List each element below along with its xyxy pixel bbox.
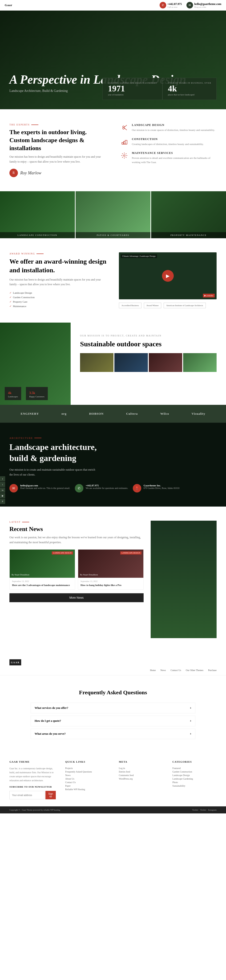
footer-link-faq[interactable]: Frequently Asked Questions — [65, 770, 109, 773]
footer-logo-box: GAAR — [10, 659, 21, 665]
footer-cat-photo[interactable]: Photo — [172, 781, 216, 784]
footer-link-about[interactable]: About Us — [65, 777, 109, 781]
faq-item-2[interactable]: How do I get a quote? + — [30, 716, 196, 726]
phone-number: +442.87.975 — [167, 2, 182, 6]
news-desc: Our work is our passion, but we also enj… — [10, 535, 144, 545]
award-section: Award winning We offer an award-winning … — [0, 238, 226, 323]
faq-question-1[interactable]: What services do you offer? + — [31, 703, 195, 713]
stat1-value: 1971 — [108, 84, 157, 94]
news-cards: Landscape Design By Stuart Donaldson Sep… — [10, 549, 144, 590]
email-sub: Drop us a line — [194, 6, 221, 8]
footer-cat-garden[interactable]: Garden Construction — [172, 770, 216, 773]
news-card-2-title: How to hang holiday lights like a Pro — [80, 583, 141, 587]
experts-left: The experts The experts in outdoor livin… — [10, 123, 106, 177]
sgal-3[interactable] — [149, 353, 182, 372]
footer-meta-entries[interactable]: Entries feed — [119, 770, 163, 773]
footer-link-hosting[interactable]: Reliable WP Hosting — [65, 788, 109, 791]
award-list-item: Property Care — [10, 299, 107, 304]
award-tag: Award winning — [10, 252, 107, 255]
faq-item-1[interactable]: What services do you offer? + — [30, 703, 196, 713]
footer-cat-featured[interactable]: Featured — [172, 767, 216, 770]
stat2-desc: places that we have landscaped — [168, 94, 211, 96]
video-label: Climate Advantage | Landscape Design — [121, 254, 157, 258]
footer-cat-sustainability[interactable]: Sustainability — [172, 784, 216, 788]
sign-up-button[interactable]: Sign up — [45, 791, 56, 799]
footer-col2-title: QUICK LINKS — [65, 760, 109, 763]
faq-question-3[interactable]: What areas do you serve? + — [31, 729, 195, 739]
footer-instagram[interactable]: Instagram — [208, 809, 216, 811]
award-list-item: Garden Construction — [10, 295, 107, 299]
site-logo: Gaar — [5, 3, 13, 7]
sgal-4[interactable] — [183, 353, 216, 372]
sustainable-gallery — [80, 353, 216, 372]
faq-item-3[interactable]: What areas do you serve? + — [30, 729, 196, 739]
video-thumbnail[interactable]: Climate Advantage | Landscape Design ▶ ▶… — [119, 252, 216, 299]
social-pin[interactable]: P — [0, 499, 5, 504]
footer-twitter-1[interactable]: Twitter — [192, 809, 198, 811]
social-in[interactable]: in — [0, 488, 5, 493]
news-right-image — [151, 521, 216, 638]
experts-section: The experts The experts in outdoor livin… — [0, 109, 226, 191]
award-title: We offer an award-winning design and ins… — [10, 257, 107, 274]
hero-section: A Perspective in Landscape Design Landsc… — [0, 11, 226, 109]
dhc-email-info: hello@gaar.com Don't hesitate and write … — [20, 484, 70, 489]
stat-customers: 3.5k Happy Customers — [26, 387, 48, 400]
footer-meta-login[interactable]: Log in — [119, 767, 163, 770]
scissors-icon — [120, 123, 128, 132]
gallery-item-2[interactable]: Patios & Courtyards — [75, 191, 151, 238]
footer-link-news[interactable]: News — [65, 773, 109, 777]
footer-link-projects[interactable]: Projects — [65, 767, 109, 770]
construction-icon — [120, 137, 128, 146]
sgal-1[interactable] — [80, 353, 114, 372]
stat-landscapes-label: Landscapes — [8, 395, 18, 398]
footer-nav: Home News Contact Us Our Other Themes Pu… — [0, 668, 226, 675]
faq-section: Frequently Asked Questions What services… — [0, 675, 226, 753]
stat2-value: 4k — [168, 84, 211, 94]
footer-meta-comments[interactable]: Comments feed — [119, 773, 163, 777]
news-section: Latest Recent News Our work is our passi… — [0, 507, 226, 652]
stat-landscapes-val: 4k — [8, 389, 18, 395]
footer-nav-news[interactable]: News — [160, 669, 166, 671]
sgal-2[interactable] — [114, 353, 148, 372]
footer-nav-contact[interactable]: Contact Us — [170, 669, 181, 671]
footer-link-paper[interactable]: Paper — [65, 784, 109, 788]
dhc-phone-value: +442.87.975 — [86, 484, 128, 487]
news-card-1[interactable]: Landscape Design By Stuart Donaldson Sep… — [10, 549, 75, 590]
footer-twitter-2[interactable]: Twitter — [200, 809, 206, 811]
dhc-location-info: Gaartheme Inc. 670 Garden Drive, Rose, I… — [144, 484, 180, 489]
footer-link-contact[interactable]: Contact Us — [65, 781, 109, 784]
footer-cat-gardening[interactable]: Landscape Gardening — [172, 777, 216, 781]
play-button[interactable]: ▶ — [162, 270, 174, 282]
footer-meta-wp[interactable]: WordPress.org — [119, 777, 163, 781]
signature-avatar: R — [10, 169, 18, 177]
footer-nav-themes[interactable]: Our Other Themes — [186, 669, 204, 671]
dhc-phone-sub: We are available for questions and estim… — [86, 487, 128, 489]
news-right — [151, 521, 216, 638]
faq-chevron-1: + — [190, 706, 191, 710]
footer-columns: GAAR THEME Gaar Inc. is a contemporary l… — [0, 753, 226, 807]
footer-social: Twitter Twitter Instagram — [192, 809, 216, 811]
footer-nav-home[interactable]: Home — [150, 669, 155, 671]
gallery-item-1[interactable]: Landscape Construction — [0, 191, 75, 238]
faq-items: What services do you offer? + How do I g… — [30, 703, 196, 739]
dark-hero-title: Landscape architecture, build & gardenin… — [10, 442, 99, 464]
news-card-2[interactable]: Landscape Design By Stuart Donaldson Sep… — [78, 549, 144, 590]
news-tag: Latest — [10, 521, 144, 523]
social-yt[interactable]: ▶ — [0, 493, 5, 498]
news-card-2-cat: Landscape Design — [120, 552, 141, 555]
footer-cat-landscape[interactable]: Landscape Design — [172, 773, 216, 777]
faq-question-2[interactable]: How do I get a quote? + — [31, 716, 195, 726]
footer-bottom: Copyright © - Gaar Theme powered by reli… — [0, 807, 226, 813]
footer-col1-desc: Gaar Inc. is a contemporary landscape de… — [10, 767, 56, 783]
award-right: Climate Advantage | Landscape Design ▶ ▶… — [119, 252, 216, 308]
side-social: f t in ▶ P — [0, 476, 5, 504]
more-news-button[interactable]: More News — [10, 593, 144, 602]
gallery-item-3[interactable]: Property Maintenance — [151, 191, 226, 238]
footer-col-2: QUICK LINKS Projects Frequently Asked Qu… — [65, 760, 109, 799]
footer-col3-title: META — [119, 760, 163, 763]
footer-nav-purchase[interactable]: Purchase — [208, 669, 216, 671]
dark-hero-desc: Our mission is to create and maintain su… — [10, 467, 99, 477]
social-fb[interactable]: f — [0, 476, 5, 481]
social-tw[interactable]: t — [0, 482, 5, 487]
email-input[interactable] — [10, 791, 45, 799]
